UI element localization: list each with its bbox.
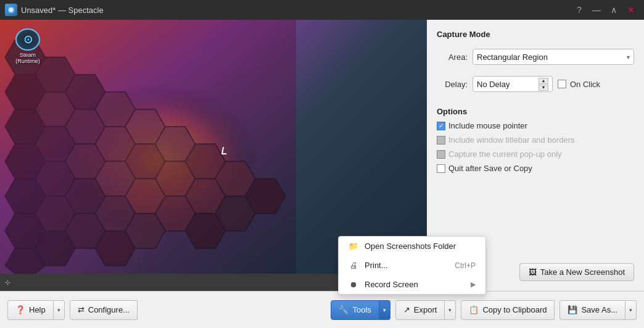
close-button[interactable]: ✕ <box>623 3 639 17</box>
include-mouse-row: Include mouse pointer <box>437 121 634 130</box>
delay-down-button[interactable]: ▾ <box>539 85 548 91</box>
save-arrow-button[interactable]: ▾ <box>625 300 637 320</box>
main-content: ⊙ Steam(Runtime) ⊹ 🖥 🔊 ▲ 12:17 AM Captur… <box>0 20 644 291</box>
area-select[interactable]: Rectangular Region ▾ <box>473 49 634 65</box>
window-title: Unsaved* — Spectacle <box>21 6 104 15</box>
export-button-group: ↗ Export ▾ <box>395 300 456 320</box>
open-folder-label: Open Screenshots Folder <box>365 242 456 251</box>
quit-after-label: Quit after Save or Copy <box>448 164 532 173</box>
print-menu-item[interactable]: 🖨 Print... Ctrl+P <box>339 256 485 275</box>
svg-point-1 <box>9 7 14 12</box>
tools-button-group: 🔧 Tools ▾ <box>331 300 390 320</box>
tools-label: Tools <box>352 305 371 314</box>
area-select-arrow: ▾ <box>627 54 630 61</box>
steam-label: Steam(Runtime) <box>15 52 40 64</box>
open-folder-menu-item[interactable]: 📁 Open Screenshots Folder <box>339 237 485 256</box>
copy-label: Copy to Clipboard <box>482 305 547 314</box>
help-button[interactable]: ❓ Help <box>7 300 54 320</box>
statusbar-left: ⊹ <box>5 279 10 287</box>
title-bar-left: Unsaved* — Spectacle <box>5 4 104 16</box>
configure-button[interactable]: ⇄ Configure... <box>70 300 138 320</box>
include-mouse-label: Include mouse pointer <box>448 121 527 130</box>
delay-row: Delay: No Delay ▴ ▾ On Click <box>437 76 634 92</box>
save-icon: 💾 <box>568 305 577 314</box>
options-title: Options <box>437 107 634 116</box>
tools-dropdown-menu: 📁 Open Screenshots Folder 🖨 Print... Ctr… <box>338 236 486 295</box>
capture-mode-title: Capture Mode <box>437 30 634 39</box>
delay-up-button[interactable]: ▴ <box>539 78 548 84</box>
app-icon <box>5 4 17 16</box>
background-svg <box>0 20 296 274</box>
include-titlebar-row: Include window titlebar and borders <box>437 135 634 145</box>
tools-button[interactable]: 🔧 Tools <box>331 300 379 320</box>
on-click-label: On Click <box>570 80 600 89</box>
minimize-button[interactable]: — <box>588 3 605 17</box>
record-submenu-arrow: ▶ <box>471 280 476 288</box>
delay-input[interactable]: No Delay ▴ ▾ <box>473 76 553 92</box>
capture-popup-label: Capture the current pop-up only <box>448 149 562 159</box>
copy-to-clipboard-button[interactable]: 📋 Copy to Clipboard <box>461 300 555 320</box>
steam-logo: ⊙ <box>15 28 40 51</box>
screenshot-btn-icon: 🖼 <box>529 267 537 277</box>
area-label: Area: <box>437 53 468 62</box>
take-screenshot-button[interactable]: 🖼 Take a New Screenshot <box>519 263 634 281</box>
configure-icon: ⇄ <box>78 305 85 314</box>
help-button[interactable]: ? <box>571 3 587 17</box>
print-shortcut: Ctrl+P <box>455 261 476 270</box>
print-icon: 🖨 <box>349 261 358 270</box>
capture-popup-checkbox[interactable] <box>437 150 445 159</box>
record-screen-menu-item[interactable]: ⏺ Record Screen ▶ <box>339 275 485 294</box>
title-bar-controls: ? — ∧ ✕ <box>571 3 639 17</box>
title-bar: Unsaved* — Spectacle ? — ∧ ✕ <box>0 0 644 20</box>
tools-arrow-button[interactable]: ▾ <box>379 300 390 320</box>
export-icon: ↗ <box>403 305 410 314</box>
print-label: Print... <box>365 261 388 270</box>
copy-button-group: 📋 Copy to Clipboard <box>461 300 555 320</box>
help-label: Help <box>29 305 46 314</box>
help-button-group: ❓ Help ▾ <box>7 300 65 320</box>
include-mouse-checkbox[interactable] <box>437 122 445 130</box>
delay-value: No Delay <box>477 80 510 89</box>
options-section: Options Include mouse pointer Include wi… <box>437 107 634 173</box>
on-click-row: On Click <box>558 80 600 89</box>
quit-after-row: Quit after Save or Copy <box>437 164 634 173</box>
record-screen-label: Record Screen <box>365 280 418 289</box>
folder-icon: 📁 <box>349 242 358 251</box>
delay-spinners: ▴ ▾ <box>539 78 548 91</box>
export-label: Export <box>414 305 437 314</box>
delay-label: Delay: <box>437 80 468 89</box>
record-icon: ⏺ <box>349 280 358 289</box>
export-arrow-button[interactable]: ▾ <box>445 300 456 320</box>
help-arrow-button[interactable]: ▾ <box>54 300 65 320</box>
help-icon: ❓ <box>15 305 25 314</box>
record-item-left: ⏺ Record Screen <box>349 280 418 289</box>
include-titlebar-label: Include window titlebar and borders <box>448 135 575 145</box>
copy-icon: 📋 <box>469 305 479 314</box>
area-row: Area: Rectangular Region ▾ <box>437 49 634 65</box>
steam-icon: ⊙ Steam(Runtime) <box>12 28 43 64</box>
statusbar-resize-icon: ⊹ <box>5 279 10 287</box>
print-item-left: 🖨 Print... <box>349 261 388 270</box>
capture-popup-row: Capture the current pop-up only <box>437 149 634 159</box>
area-value: Rectangular Region <box>477 53 548 62</box>
save-label: Save As... <box>581 305 617 314</box>
tools-icon: 🔧 <box>339 305 349 314</box>
bottom-toolbar: ❓ Help ▾ ⇄ Configure... 🔧 Tools ▾ ↗ Expo… <box>0 291 644 328</box>
save-as-button[interactable]: 💾 Save As... <box>559 300 625 320</box>
configure-button-group: ⇄ Configure... <box>70 300 138 320</box>
export-button[interactable]: ↗ Export <box>395 300 445 320</box>
include-titlebar-checkbox[interactable] <box>437 136 445 145</box>
open-folder-item-left: 📁 Open Screenshots Folder <box>349 242 456 251</box>
on-click-checkbox[interactable] <box>558 80 566 88</box>
save-button-group: 💾 Save As... ▾ <box>559 300 637 320</box>
maximize-button[interactable]: ∧ <box>606 3 622 17</box>
quit-after-checkbox[interactable] <box>437 164 445 173</box>
take-screenshot-label: Take a New Screenshot <box>540 267 625 277</box>
configure-label: Configure... <box>88 305 130 314</box>
